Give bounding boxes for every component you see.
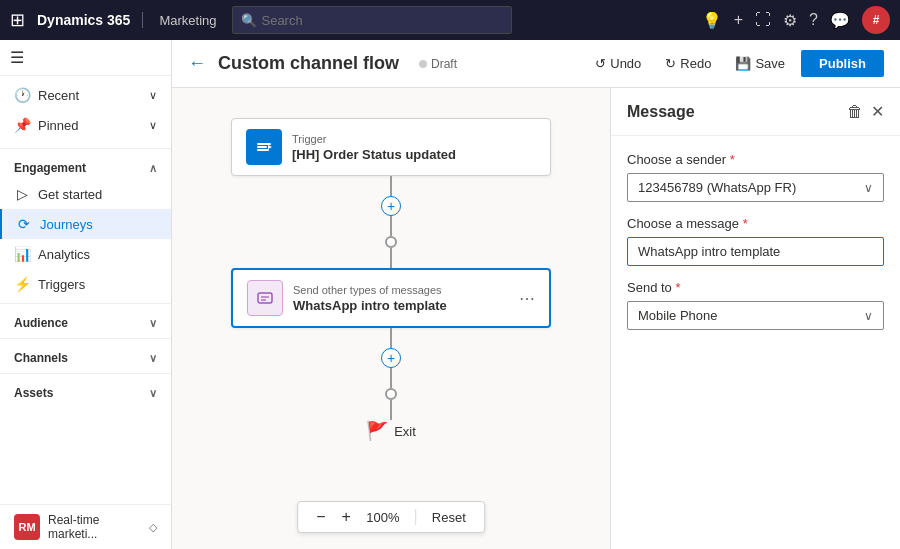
exit-node: 🚩 Exit [366,420,416,442]
conn-line-3 [390,248,392,268]
lightbulb-icon[interactable]: 💡 [702,11,722,30]
hamburger-icon[interactable]: ☰ [10,49,24,66]
sidebar-item-analytics[interactable]: 📊 Analytics [0,239,171,269]
sidebar-top-section: 🕐 Recent ∨ 📌 Pinned ∨ [0,76,171,144]
conn-line-1 [390,176,392,196]
user-avatar[interactable]: # [862,6,890,34]
content-area: ← Custom channel flow Draft ↺ Undo ↻ Red… [172,40,900,549]
add-step-button-1[interactable]: + [381,196,401,216]
conn-circle-1 [385,236,397,248]
message-node-label: Send other types of messages [293,284,509,296]
message-node-icon [247,280,283,316]
send-to-value: Mobile Phone [638,308,718,323]
help-icon[interactable]: ? [809,11,818,29]
sender-select[interactable]: 123456789 (WhatsApp FR) ∨ [627,173,884,202]
sidebar-bottom[interactable]: RM Real-time marketi... ◇ [0,504,171,549]
sidebar-item-triggers[interactable]: ⚡ Triggers [0,269,171,299]
svg-rect-2 [257,149,269,151]
panel-close-button[interactable]: ✕ [871,102,884,121]
back-button[interactable]: ← [188,53,206,74]
channels-chevron[interactable]: ∨ [149,352,157,365]
zoom-out-button[interactable]: − [312,508,329,526]
trigger-node[interactable]: Trigger [HH] Order Status updated [231,118,551,176]
undo-button[interactable]: ↺ Undo [587,51,649,76]
recent-chevron: ∨ [149,89,157,102]
filter-icon[interactable]: ⛶ [755,11,771,29]
sidebar-header: ☰ [0,40,171,76]
sidebar-group-channels: Channels ∨ [0,343,171,369]
status-badge: Draft [419,57,457,71]
send-to-select[interactable]: Mobile Phone ∨ [627,301,884,330]
sub-header-actions: ↺ Undo ↻ Redo 💾 Save Publish [587,50,884,77]
sidebar-divider-2 [0,303,171,304]
canvas[interactable]: Trigger [HH] Order Status updated + [172,88,610,549]
sidebar-group-assets: Assets ∨ [0,378,171,404]
message-node[interactable]: Send other types of messages WhatsApp in… [231,268,551,328]
send-to-field-label: Send to * [627,280,884,295]
sidebar-item-journeys[interactable]: ⟳ Journeys [0,209,171,239]
journeys-icon: ⟳ [16,216,32,232]
sidebar-group-audience: Audience ∨ [0,308,171,334]
sidebar-divider-1 [0,148,171,149]
panel-delete-button[interactable]: 🗑 [847,102,863,121]
triggers-icon: ⚡ [14,276,30,292]
sender-required: * [730,152,735,167]
search-icon: 🔍 [241,13,257,28]
conn-line-5 [390,368,392,388]
trigger-node-body: Trigger [HH] Order Status updated [292,133,536,162]
sub-header: ← Custom channel flow Draft ↺ Undo ↻ Red… [172,40,900,88]
panel-actions: 🗑 ✕ [847,102,884,121]
page-title: Custom channel flow [218,53,399,74]
analytics-icon: 📊 [14,246,30,262]
message-required: * [743,216,748,231]
assets-chevron[interactable]: ∨ [149,387,157,400]
audience-label: Audience [14,316,68,330]
recent-label: Recent [38,88,79,103]
conn-line-2 [390,216,392,236]
audience-chevron[interactable]: ∨ [149,317,157,330]
recent-icon: 🕐 [14,87,30,103]
pinned-label: Pinned [38,118,78,133]
exit-flag-icon: 🚩 [366,420,388,442]
add-icon[interactable]: + [734,11,743,29]
sidebar-item-recent[interactable]: 🕐 Recent ∨ [0,80,171,110]
node-menu-button[interactable]: ⋯ [519,289,535,308]
channels-label: Channels [14,351,68,365]
triggers-label: Triggers [38,277,85,292]
svg-marker-3 [268,145,272,149]
conn-circle-2 [385,388,397,400]
sidebar-item-get-started[interactable]: ▷ Get started [0,179,171,209]
trigger-node-title: [HH] Order Status updated [292,147,536,162]
feedback-icon[interactable]: 💬 [830,11,850,30]
search-box[interactable]: 🔍 [232,6,512,34]
settings-icon[interactable]: ⚙ [783,11,797,30]
exit-label: Exit [394,424,416,439]
save-icon: 💾 [735,56,751,71]
message-field-label: Choose a message * [627,216,884,231]
sidebar-divider-4 [0,373,171,374]
sender-value: 123456789 (WhatsApp FR) [638,180,796,195]
undo-icon: ↺ [595,56,606,71]
sidebar-item-pinned[interactable]: 📌 Pinned ∨ [0,110,171,140]
trigger-node-label: Trigger [292,133,536,145]
conn-line-6 [390,400,392,420]
redo-button[interactable]: ↻ Redo [657,51,719,76]
canvas-content: Trigger [HH] Order Status updated + [231,88,551,442]
message-node-body: Send other types of messages WhatsApp in… [293,284,509,313]
message-input[interactable] [627,237,884,266]
canvas-panel: Trigger [HH] Order Status updated + [172,88,900,549]
zoom-in-button[interactable]: + [338,508,355,526]
reset-button[interactable]: Reset [428,510,470,525]
app-grid-icon[interactable]: ⊞ [10,9,25,31]
get-started-label: Get started [38,187,102,202]
publish-button[interactable]: Publish [801,50,884,77]
redo-label: Redo [680,56,711,71]
get-started-icon: ▷ [14,186,30,202]
brand-label: Dynamics 365 [37,12,143,28]
search-input[interactable] [261,13,503,28]
save-button[interactable]: 💾 Save [727,51,793,76]
add-step-button-2[interactable]: + [381,348,401,368]
sidebar-group-engagement: Engagement ∧ [0,153,171,179]
engagement-chevron[interactable]: ∧ [149,162,157,175]
sidebar: ☰ 🕐 Recent ∨ 📌 Pinned ∨ Engagement ∧ ▷ G… [0,40,172,549]
